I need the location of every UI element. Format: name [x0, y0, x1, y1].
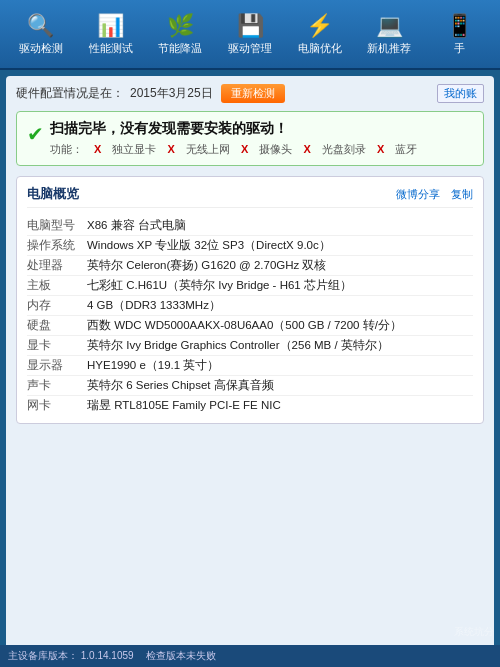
feature-wifi: X 无线上网 — [168, 143, 230, 155]
copy-button[interactable]: 复制 — [451, 188, 473, 200]
spec-row-model: 电脑型号 X86 兼容 台式电脑 — [27, 216, 473, 236]
nav-power-save[interactable]: 🌿 节能降温 — [147, 5, 213, 63]
spec-row-monitor: 显示器 HYE1990 e（19.1 英寸） — [27, 356, 473, 376]
feature-camera: X 摄像头 — [241, 143, 292, 155]
status-bar: 主设备库版本： 1.0.14.1059 检查版本未失败 — [0, 645, 500, 667]
spec-label-nic: 网卡 — [27, 398, 87, 413]
new-pc-icon: 💻 — [373, 12, 405, 40]
overview-header: 电脑概览 微博分享 复制 — [27, 185, 473, 208]
driver-mgr-icon: 💾 — [234, 12, 266, 40]
nav-pc-optimize-label: 电脑优化 — [298, 42, 342, 55]
scan-text-block: 扫描完毕，没有发现需要安装的驱动！ 功能： X 独立显卡 X 无线上网 X 摄像… — [50, 120, 425, 157]
pc-optimize-icon: ⚡ — [304, 12, 336, 40]
scan-result-panel: ✔ 扫描完毕，没有发现需要安装的驱动！ 功能： X 独立显卡 X 无线上网 X … — [16, 111, 484, 166]
spec-row-ram: 内存 4 GB（DDR3 1333MHz） — [27, 296, 473, 316]
spec-label-mb: 主板 — [27, 278, 87, 293]
scan-features: 功能： X 独立显卡 X 无线上网 X 摄像头 X 光盘刻录 X 蓝牙 — [50, 142, 425, 157]
nav-phone-label: 手 — [454, 42, 465, 55]
spec-label-model: 电脑型号 — [27, 218, 87, 233]
spec-row-os: 操作系统 Windows XP 专业版 32位 SP3（DirectX 9.0c… — [27, 236, 473, 256]
nav-speed-detect[interactable]: 🔍 驱动检测 — [8, 5, 74, 63]
main-content: 硬件配置情况是在： 2015年3月25日 重新检测 我的账 ✔ 扫描完毕，没有发… — [6, 76, 494, 653]
spec-label-cpu: 处理器 — [27, 258, 87, 273]
spec-value-os: Windows XP 专业版 32位 SP3（DirectX 9.0c） — [87, 238, 473, 253]
nav-phone[interactable]: 📱 手 — [426, 5, 492, 63]
spec-row-sound: 声卡 英特尔 6 Series Chipset 高保真音频 — [27, 376, 473, 396]
overview-actions: 微博分享 复制 — [388, 187, 473, 202]
nav-driver-mgr-label: 驱动管理 — [228, 42, 272, 55]
spec-label-ram: 内存 — [27, 298, 87, 313]
nav-driver-mgr[interactable]: 💾 驱动管理 — [217, 5, 283, 63]
features-label: 功能： — [50, 143, 83, 155]
feature-gpu: X 独立显卡 — [94, 143, 156, 155]
account-button[interactable]: 我的账 — [437, 84, 484, 103]
nav-new-pc-label: 新机推荐 — [367, 42, 411, 55]
date-bar: 硬件配置情况是在： 2015年3月25日 重新检测 我的账 — [16, 84, 484, 103]
spec-label-monitor: 显示器 — [27, 358, 87, 373]
refresh-button[interactable]: 重新检测 — [221, 84, 285, 103]
spec-value-cpu: 英特尔 Celeron(赛扬) G1620 @ 2.70GHz 双核 — [87, 258, 473, 273]
feature-optical: X 光盘刻录 — [303, 143, 365, 155]
spec-value-mb: 七彩虹 C.H61U（英特尔 Ivy Bridge - H61 芯片组） — [87, 278, 473, 293]
watermark: 系统坑分 — [454, 625, 494, 639]
spec-value-ram: 4 GB（DDR3 1333MHz） — [87, 298, 473, 313]
spec-value-sound: 英特尔 6 Series Chipset 高保真音频 — [87, 378, 473, 393]
spec-value-hdd: 西数 WDC WD5000AAKX-08U6AA0（500 GB / 7200 … — [87, 318, 473, 333]
top-navigation: 🔍 驱动检测 📊 性能测试 🌿 节能降温 💾 驱动管理 ⚡ 电脑优化 💻 新机推… — [0, 0, 500, 70]
feature-bt: X 蓝牙 — [377, 143, 417, 155]
detect-version-label: 检查版本未失败 — [146, 649, 216, 663]
weibo-share-button[interactable]: 微博分享 — [396, 188, 440, 200]
spec-table: 电脑型号 X86 兼容 台式电脑 操作系统 Windows XP 专业版 32位… — [27, 216, 473, 415]
spec-label-gpu: 显卡 — [27, 338, 87, 353]
check-icon: ✔ — [27, 122, 44, 146]
speed-detect-icon: 🔍 — [25, 12, 57, 40]
phone-icon: 📱 — [443, 12, 475, 40]
spec-label-hdd: 硬盘 — [27, 318, 87, 333]
nav-power-save-label: 节能降温 — [158, 42, 202, 55]
date-prefix: 硬件配置情况是在： — [16, 85, 124, 102]
spec-row-cpu: 处理器 英特尔 Celeron(赛扬) G1620 @ 2.70GHz 双核 — [27, 256, 473, 276]
nav-pc-optimize[interactable]: ⚡ 电脑优化 — [287, 5, 353, 63]
spec-label-os: 操作系统 — [27, 238, 87, 253]
overview-title: 电脑概览 — [27, 185, 79, 203]
perf-test-icon: 📊 — [95, 12, 127, 40]
spec-row-hdd: 硬盘 西数 WDC WD5000AAKX-08U6AA0（500 GB / 72… — [27, 316, 473, 336]
nav-speed-detect-label: 驱动检测 — [19, 42, 63, 55]
spec-value-nic: 瑞昱 RTL8105E Family PCI-E FE NIC — [87, 398, 473, 413]
spec-label-sound: 声卡 — [27, 378, 87, 393]
scan-title: 扫描完毕，没有发现需要安装的驱动！ — [50, 120, 425, 138]
spec-row-mb: 主板 七彩虹 C.H61U（英特尔 Ivy Bridge - H61 芯片组） — [27, 276, 473, 296]
pc-overview-panel: 电脑概览 微博分享 复制 电脑型号 X86 兼容 台式电脑 操作系统 Windo… — [16, 176, 484, 424]
spec-value-model: X86 兼容 台式电脑 — [87, 218, 473, 233]
spec-row-gpu: 显卡 英特尔 Ivy Bridge Graphics Controller（25… — [27, 336, 473, 356]
date-value: 2015年3月25日 — [130, 85, 213, 102]
nav-perf-test-label: 性能测试 — [89, 42, 133, 55]
spec-row-nic: 网卡 瑞昱 RTL8105E Family PCI-E FE NIC — [27, 396, 473, 415]
nav-perf-test[interactable]: 📊 性能测试 — [78, 5, 144, 63]
spec-value-monitor: HYE1990 e（19.1 英寸） — [87, 358, 473, 373]
nav-new-pc[interactable]: 💻 新机推荐 — [357, 5, 423, 63]
power-save-icon: 🌿 — [164, 12, 196, 40]
driver-db-label: 主设备库版本： 1.0.14.1059 — [8, 649, 134, 663]
spec-value-gpu: 英特尔 Ivy Bridge Graphics Controller（256 M… — [87, 338, 473, 353]
